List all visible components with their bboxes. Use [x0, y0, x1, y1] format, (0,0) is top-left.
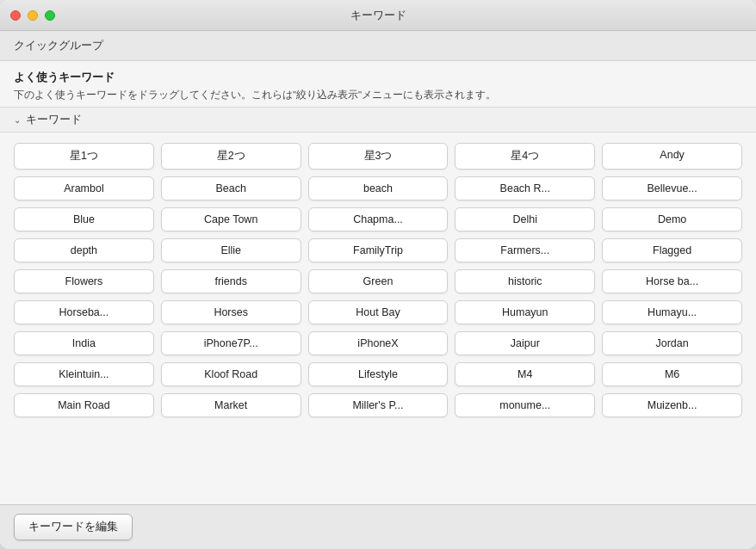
keyword-tag[interactable]: Miller's P... [308, 393, 449, 417]
keyword-tag[interactable]: Hout Bay [308, 300, 449, 324]
keyword-tag[interactable]: M6 [602, 362, 742, 386]
keyword-tag[interactable]: Chapma... [308, 207, 449, 231]
keyword-tag[interactable]: 星1つ [14, 143, 154, 170]
keyword-tag[interactable]: Cape Town [161, 207, 301, 231]
keyword-tag[interactable]: Blue [14, 207, 154, 231]
keyword-tag[interactable]: Humayu... [602, 300, 742, 324]
keyword-tag[interactable]: India [14, 331, 154, 355]
keyword-tag[interactable]: friends [161, 269, 301, 293]
keyword-tag[interactable]: Main Road [14, 393, 154, 417]
keyword-tag[interactable]: Market [161, 393, 301, 417]
keyword-tag[interactable]: depth [14, 238, 154, 262]
keyword-tag[interactable]: 星2つ [161, 143, 301, 170]
keyword-tag[interactable]: Kleintuin... [14, 362, 154, 386]
keyword-tag[interactable]: Muizenb... [602, 393, 742, 417]
keyword-tag[interactable]: iPhone7P... [161, 331, 301, 355]
keyword-tag[interactable]: Jordan [602, 331, 742, 355]
window-title: キーワード [350, 8, 406, 23]
keyword-tag[interactable]: historic [455, 269, 595, 293]
info-description: 下のよく使うキーワードをドラッグしてください。これらは"絞り込み表示"メニューに… [14, 88, 742, 102]
keyword-tag[interactable]: M4 [455, 362, 595, 386]
keyword-tag[interactable]: Ellie [161, 238, 301, 262]
keyword-tag[interactable]: Horses [161, 300, 301, 324]
keyword-tag[interactable]: Green [308, 269, 449, 293]
traffic-lights [10, 10, 55, 21]
close-button[interactable] [10, 10, 21, 21]
footer: キーワードを編集 [0, 504, 756, 549]
keywords-section-label: キーワード [26, 112, 82, 127]
keyword-tag[interactable]: Flagged [602, 238, 742, 262]
keywords-container: 星1つ星2つ星3つ星4つAndyArambolBeachbeachBeach R… [0, 133, 756, 504]
keyword-tag[interactable]: iPhoneX [308, 331, 449, 355]
keyword-tag[interactable]: Andy [602, 143, 742, 170]
keyword-tag[interactable]: Beach [161, 176, 301, 200]
title-bar: キーワード [0, 0, 756, 31]
info-title: よく使うキーワード [14, 70, 742, 85]
keyword-tag[interactable]: Beach R... [455, 176, 595, 200]
info-section: よく使うキーワード 下のよく使うキーワードをドラッグしてください。これらは"絞り… [0, 61, 756, 108]
keyword-tag[interactable]: monume... [455, 393, 595, 417]
window: キーワード クイックグループ よく使うキーワード 下のよく使うキーワードをドラッ… [0, 0, 756, 549]
keyword-tag[interactable]: Horseba... [14, 300, 154, 324]
keywords-section-header: ⌄ キーワード [0, 108, 756, 133]
quickgroup-header: クイックグループ [0, 31, 756, 61]
keyword-tag[interactable]: Demo [602, 207, 742, 231]
keyword-tag[interactable]: Lifestyle [308, 362, 449, 386]
keyword-tag[interactable]: FamilyTrip [308, 238, 449, 262]
keyword-tag[interactable]: Bellevue... [602, 176, 742, 200]
edit-keywords-button[interactable]: キーワードを編集 [14, 514, 133, 540]
keyword-tag[interactable]: Kloof Road [161, 362, 301, 386]
keyword-tag[interactable]: Humayun [455, 300, 595, 324]
keyword-tag[interactable]: Arambol [14, 176, 154, 200]
minimize-button[interactable] [28, 10, 38, 21]
keyword-tag[interactable]: 星4つ [455, 143, 595, 170]
keywords-grid: 星1つ星2つ星3つ星4つAndyArambolBeachbeachBeach R… [14, 143, 742, 417]
chevron-down-icon: ⌄ [14, 115, 21, 125]
keyword-tag[interactable]: 星3つ [308, 143, 449, 170]
keyword-tag[interactable]: Flowers [14, 269, 154, 293]
keyword-tag[interactable]: beach [308, 176, 449, 200]
quickgroup-label: クイックグループ [14, 39, 103, 52]
keyword-tag[interactable]: Jaipur [455, 331, 595, 355]
maximize-button[interactable] [45, 10, 55, 21]
keyword-tag[interactable]: Horse ba... [602, 269, 742, 293]
keyword-tag[interactable]: Farmers... [455, 238, 595, 262]
keyword-tag[interactable]: Delhi [455, 207, 595, 231]
